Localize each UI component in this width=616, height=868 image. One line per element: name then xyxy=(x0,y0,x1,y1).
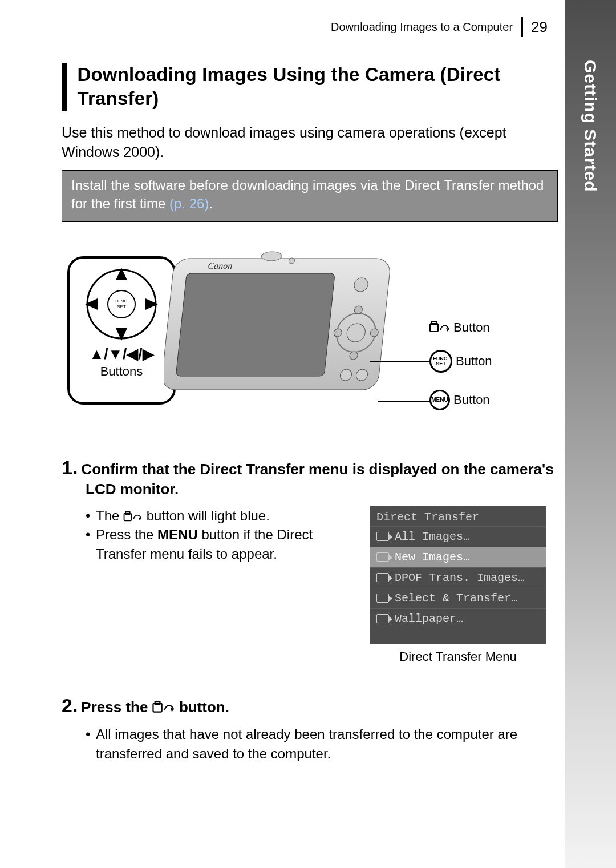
menu-item: Wallpaper… xyxy=(370,608,546,629)
print-share-icon xyxy=(429,321,450,334)
print-share-icon xyxy=(152,701,175,714)
print-share-icon xyxy=(123,511,143,523)
transfer-icon xyxy=(376,552,389,562)
menu-item-label: New Images… xyxy=(395,551,470,564)
menu-button-label: MENU Button xyxy=(429,390,490,410)
menu-item-label: DPOF Trans. Images… xyxy=(395,571,525,584)
step-1-heading: 1.Confirm that the Direct Transfer menu … xyxy=(62,455,558,499)
menu-ring-icon: MENU xyxy=(429,390,450,410)
bullet-post: button will light blue. xyxy=(147,508,270,523)
side-tab-label: Getting Started xyxy=(581,60,600,192)
camera-diagram: FUNC. SET ▲/▼/◀/▶ Buttons xyxy=(62,236,558,435)
step-2: 2.Press the button. • All images that ha… xyxy=(62,693,558,763)
label-text: Button xyxy=(453,320,490,335)
camera-brand-label: Canon xyxy=(208,261,233,271)
bullet: • All images that have not already been … xyxy=(86,725,558,763)
step-2-heading: 2.Press the button. xyxy=(62,693,558,718)
side-tab: Getting Started xyxy=(565,0,616,868)
menu-item-selected: New Images… xyxy=(370,547,546,567)
func-set-button-label: FUNC. SET Button xyxy=(429,350,492,373)
running-header: Downloading Images to a Computer 29 xyxy=(331,17,548,37)
menu-title: Direct Transfer xyxy=(370,506,546,526)
note-text: Install the software before downloading … xyxy=(71,177,544,211)
menu-item: All Images… xyxy=(370,526,546,547)
leader-line xyxy=(370,332,431,332)
print-share-button-label: Button xyxy=(429,320,490,335)
step-1: 1.Confirm that the Direct Transfer menu … xyxy=(62,455,558,664)
transfer-icon xyxy=(376,614,389,623)
dpad-caption: Buttons xyxy=(70,364,173,379)
bullet-text: All images that have not already been tr… xyxy=(96,725,558,763)
bullet-strong: MENU xyxy=(157,527,198,542)
dpad-panel: FUNC. SET ▲/▼/◀/▶ Buttons xyxy=(67,256,176,405)
heading-bar xyxy=(62,63,67,111)
step-number: 2. xyxy=(62,695,81,716)
svg-text:FUNC.: FUNC. xyxy=(115,298,128,304)
transfer-icon xyxy=(376,594,389,603)
note-tail: . xyxy=(209,196,213,211)
direct-transfer-menu-screenshot: Direct Transfer All Images… New Images… … xyxy=(370,506,546,664)
menu-item-label: All Images… xyxy=(395,530,470,543)
leader-line xyxy=(378,401,431,402)
menu-item: Select & Transfer… xyxy=(370,588,546,608)
svg-point-20 xyxy=(289,258,295,264)
step-heading-post: button. xyxy=(179,699,229,716)
menu-caption: Direct Transfer Menu xyxy=(370,649,546,664)
menu-item-label: Select & Transfer… xyxy=(395,592,518,605)
running-header-divider xyxy=(521,17,523,37)
bullet-pre: Press the xyxy=(96,527,157,542)
camera-body-icon: Canon xyxy=(164,236,432,418)
note-page-link: (p. 26) xyxy=(169,196,209,211)
label-text: Button xyxy=(456,354,492,369)
transfer-icon xyxy=(376,532,389,541)
page-number: 29 xyxy=(531,18,548,36)
step-1-bullets: • The button will light blue. xyxy=(86,506,354,664)
transfer-icon xyxy=(376,573,389,582)
menu-item: DPOF Trans. Images… xyxy=(370,567,546,588)
bullet-pre: The xyxy=(96,508,123,523)
step-heading-text: Confirm that the Direct Transfer menu is… xyxy=(81,461,553,498)
func-set-ring-text: FUNC. SET xyxy=(431,356,451,366)
leader-line xyxy=(370,361,431,362)
svg-point-19 xyxy=(261,252,282,261)
menu-ring-text: MENU xyxy=(431,397,448,403)
intro-paragraph: Use this method to download images using… xyxy=(62,123,558,162)
label-text: Button xyxy=(453,393,490,407)
bullet: • Press the MENU button if the Direct Tr… xyxy=(86,525,354,563)
step-heading-pre: Press the xyxy=(81,699,152,716)
note-box: Install the software before downloading … xyxy=(62,170,558,222)
svg-rect-9 xyxy=(176,273,335,376)
menu-item-label: Wallpaper… xyxy=(395,612,463,625)
svg-text:SET: SET xyxy=(117,304,126,309)
dpad-arrows-label: ▲/▼/◀/▶ xyxy=(70,345,173,363)
heading-text: Downloading Images Using the Camera (Dir… xyxy=(77,63,558,111)
func-set-ring-icon: FUNC. SET xyxy=(429,350,452,373)
section-heading: Downloading Images Using the Camera (Dir… xyxy=(62,63,558,111)
dpad-icon: FUNC. SET xyxy=(82,264,161,344)
step-number: 1. xyxy=(62,457,81,478)
bullet: • The button will light blue. xyxy=(86,506,354,526)
running-header-title: Downloading Images to a Computer xyxy=(331,21,513,34)
